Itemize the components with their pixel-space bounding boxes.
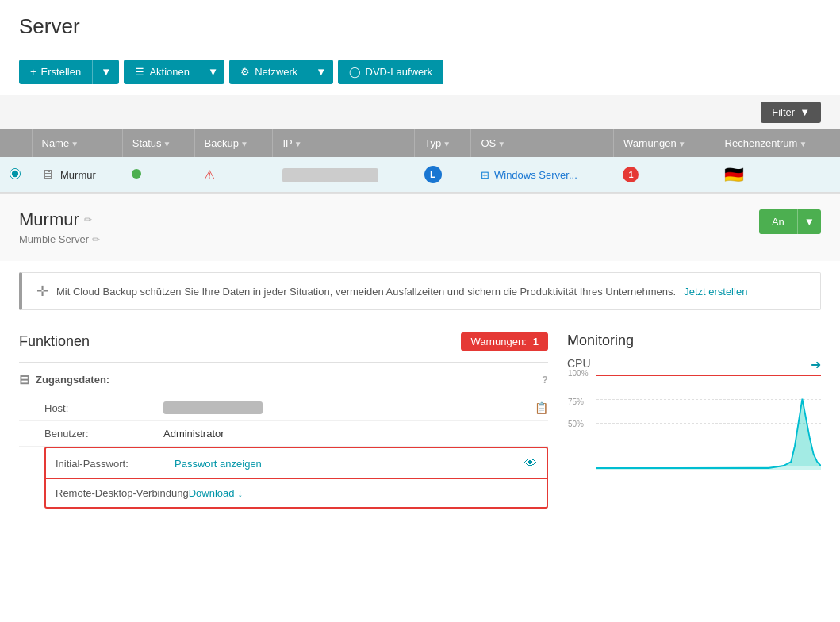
server-detail-subtitle: Mumble Server ✏ [19, 233, 100, 245]
host-row: Host: ██████████ 📋 [19, 395, 548, 421]
toolbar: + Erstellen ▼ ☰ Aktionen ▼ ⚙ Netzwerk ▼ … [0, 60, 840, 95]
dvd-button[interactable]: ◯ DVD-Laufwerk [338, 60, 444, 84]
netzwerk-group: ⚙ Netzwerk ▼ [229, 60, 332, 84]
passwort-anzeigen-link[interactable]: Passwort anzeigen [175, 458, 524, 470]
rdp-label: Remote-Desktop-Verbindung [56, 487, 189, 499]
server-icon: 🖥 [41, 167, 54, 182]
funktionen-column: Funktionen Warnungen: 1 ⊟ Zugangsdaten: … [19, 332, 548, 509]
server-subtitle-text: Mumble Server [19, 233, 89, 245]
monitoring-column: Monitoring CPU ➜ 100% 75% 50% [567, 332, 821, 509]
aktionen-group: ☰ Aktionen ▼ [124, 60, 224, 84]
zugangsdaten-label: Zugangsdaten: [36, 374, 109, 386]
edit-subtitle-icon[interactable]: ✏ [92, 234, 100, 245]
copy-icon[interactable]: 📋 [535, 401, 548, 414]
aktionen-button[interactable]: ☰ Aktionen [124, 60, 201, 84]
netzwerk-label: Netzwerk [255, 66, 297, 78]
server-table: Name▼ Status▼ Backup▼ IP▼ Typ▼ OS▼ Warnu… [0, 129, 840, 193]
zugangsdaten-header: ⊟ Zugangsdaten: ? [19, 372, 548, 387]
status-sort-icon: ▼ [163, 140, 171, 148]
backup-error-icon: ⚠ [204, 168, 215, 182]
list-icon: ☰ [135, 66, 144, 78]
row-rechenzentrum-cell: 🇩🇪 [715, 157, 840, 193]
row-os-cell: ⊞ Windows Server... [471, 157, 614, 193]
server-name: Murmur [60, 169, 96, 181]
filter-label: Filter [772, 106, 795, 118]
erstellen-dropdown[interactable]: ▼ [92, 60, 119, 84]
cpu-chart-wrapper: 100% 75% 50% [596, 375, 821, 470]
filter-area: Filter ▼ [0, 95, 840, 129]
rechenzentrum-sort-icon: ▼ [799, 140, 807, 148]
os-cell: ⊞ Windows Server... [481, 169, 604, 181]
an-button[interactable]: An [759, 209, 797, 234]
netzwerk-button[interactable]: ⚙ Netzwerk [229, 60, 309, 84]
ip-sort-icon: ▼ [294, 140, 302, 148]
initial-passwort-section: Initial-Passwort: Passwort anzeigen 👁 Re… [44, 447, 548, 509]
chart-label-75: 75% [568, 397, 584, 406]
warning-badge: 1 [623, 167, 639, 182]
warnungen-badge: Warnungen: 1 [461, 332, 548, 351]
netzwerk-dropdown[interactable]: ▼ [309, 60, 332, 84]
col-status: Status▼ [122, 129, 194, 157]
dvd-label: DVD-Laufwerk [366, 66, 433, 78]
initial-passwort-row: Initial-Passwort: Passwort anzeigen 👁 [46, 448, 547, 478]
aktionen-dropdown[interactable]: ▼ [201, 60, 224, 84]
benutzer-label: Benutzer: [44, 428, 163, 440]
typ-badge: L [424, 166, 442, 183]
erstellen-group: + Erstellen ▼ [19, 60, 119, 84]
os-sort-icon: ▼ [497, 140, 505, 148]
col-warnungen: Warnungen▼ [613, 129, 715, 157]
edit-name-icon[interactable]: ✏ [84, 214, 92, 225]
os-name: Windows Server... [494, 169, 577, 181]
host-value: ██████████ [163, 401, 535, 414]
col-rechenzentrum: Rechenzentrum▼ [715, 129, 840, 157]
windows-icon: ⊞ [481, 169, 489, 181]
download-icon: ↓ [237, 487, 243, 499]
download-label: Download [189, 487, 235, 499]
col-typ: Typ▼ [415, 129, 471, 157]
host-ip-blurred: ██████████ [163, 401, 263, 414]
flag-de-icon: 🇩🇪 [724, 166, 744, 183]
eye-icon[interactable]: 👁 [524, 456, 537, 470]
help-icon[interactable]: ? [542, 374, 548, 386]
rdp-row: Remote-Desktop-Verbindung Download ↓ [46, 479, 547, 507]
cpu-chart: 100% 75% 50% [596, 375, 821, 470]
col-os: OS▼ [471, 129, 614, 157]
chart-label-50: 50% [568, 420, 584, 428]
backup-info-bar: ✛ Mit Cloud Backup schützen Sie Ihre Dat… [19, 272, 821, 310]
col-name: Name▼ [32, 129, 122, 157]
server-detail-panel: Murmur ✏ Mumble Server ✏ An ▼ [0, 193, 840, 261]
status-dot [132, 169, 141, 179]
plus-icon: + [30, 66, 36, 78]
col-select [0, 129, 32, 157]
row-radio[interactable] [10, 168, 21, 179]
cpu-header: CPU ➜ [567, 357, 821, 372]
server-detail-header: Murmur ✏ Mumble Server ✏ An ▼ [19, 209, 821, 245]
col-ip: IP▼ [273, 129, 415, 157]
download-link[interactable]: Download ↓ [189, 487, 243, 499]
cpu-expand-icon[interactable]: ➜ [811, 357, 821, 372]
filter-button[interactable]: Filter ▼ [761, 102, 821, 123]
row-status-cell [122, 157, 194, 193]
cpu-section: CPU ➜ 100% 75% 50% [567, 357, 821, 470]
dvd-icon: ◯ [349, 66, 361, 78]
warnungen-label: Warnungen: [470, 336, 526, 347]
name-sort-icon: ▼ [71, 140, 79, 148]
erstellen-button[interactable]: + Erstellen [19, 60, 92, 84]
backup-sort-icon: ▼ [240, 140, 248, 148]
svg-marker-0 [596, 399, 821, 470]
initial-passwort-label: Initial-Passwort: [56, 458, 175, 470]
backup-create-link[interactable]: Jetzt erstellen [684, 286, 747, 298]
host-label: Host: [44, 402, 163, 414]
an-dropdown[interactable]: ▼ [797, 209, 821, 234]
server-detail-info: Murmur ✏ Mumble Server ✏ [19, 209, 100, 245]
backup-bar-text: Mit Cloud Backup schützen Sie Ihre Daten… [56, 286, 676, 298]
zugangsdaten-icon: ⊟ [19, 372, 29, 387]
server-detail-name: Murmur ✏ [19, 209, 100, 230]
an-group: An ▼ [759, 209, 821, 234]
table-row[interactable]: 🖥 Murmur ⚠ ███ ███ ███ L [0, 157, 840, 193]
funktionen-header: Funktionen Warnungen: 1 [19, 332, 548, 351]
dvd-group: ◯ DVD-Laufwerk [338, 60, 444, 84]
backup-crosshair-icon: ✛ [36, 282, 48, 300]
erstellen-label: Erstellen [41, 66, 82, 78]
zugangsdaten-section: ⊟ Zugangsdaten: ? Host: ██████████ 📋 Ben… [19, 362, 548, 509]
